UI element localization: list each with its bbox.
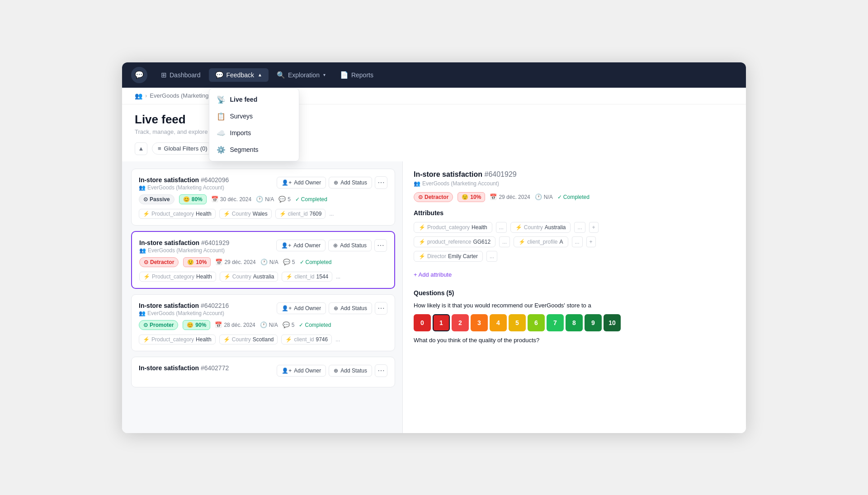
card-3-attr-1: ⚡ Country Scotland bbox=[219, 335, 278, 344]
questions-title: Questions (5) bbox=[414, 289, 735, 297]
breadcrumb-home-icon: 👥 bbox=[135, 92, 142, 99]
card-1-date: 📅 30 déc. 2024 bbox=[211, 196, 251, 203]
card-2-add-owner[interactable]: 👤+ Add Owner bbox=[276, 240, 326, 251]
card-4-add-owner[interactable]: 👤+ Add Owner bbox=[277, 365, 326, 377]
dropdown-imports[interactable]: ☁️ Imports bbox=[209, 125, 299, 141]
feedback-dropdown-wrapper: 💬 Feedback ▲ 📡 Live feed 📋 Surveys ☁️ Im… bbox=[209, 68, 269, 82]
feed-list: In-store satisfaction #6402096 👥 EverGoo… bbox=[122, 161, 402, 433]
card-3-account: 👥 EverGoods (Marketing Account) bbox=[139, 310, 229, 316]
card-3-title: In-store satisfaction #6402216 bbox=[139, 302, 229, 309]
nps-cell-2[interactable]: 2 bbox=[452, 314, 469, 331]
card-2-score-badge: 😟 10% bbox=[183, 257, 211, 267]
nps-cell-7[interactable]: 7 bbox=[547, 314, 564, 331]
detail-account: 👥 EverGoods (Marketing Account) bbox=[414, 180, 735, 187]
detail-number: #6401929 bbox=[484, 170, 516, 178]
feed-card-3[interactable]: In-store satisfaction #6402216 👥 EverGoo… bbox=[131, 294, 395, 351]
card-2-account: 👥 EverGoods (Marketing Account) bbox=[139, 247, 229, 254]
dropdown-live-feed[interactable]: 📡 Live feed bbox=[209, 91, 299, 108]
attributes-grid: ⚡ Product_category Health ... ⚡ Country … bbox=[414, 222, 735, 262]
feedback-chevron-icon: ▲ bbox=[258, 72, 262, 77]
feed-card-2[interactable]: In-store satisfaction #6401929 👥 EverGoo… bbox=[131, 231, 395, 289]
card-2-attr-1: ⚡ Country Australia bbox=[220, 272, 278, 282]
dropdown-live-feed-label: Live feed bbox=[230, 96, 258, 103]
attr-row-1-plus[interactable]: + bbox=[586, 236, 596, 247]
sort-button[interactable]: ▲ bbox=[135, 142, 147, 155]
nav-feedback[interactable]: 💬 Feedback ▲ bbox=[209, 68, 269, 82]
card-2-attr-0: ⚡ Product_category Health bbox=[139, 272, 216, 282]
card-3-status: ✓ Completed bbox=[299, 322, 331, 328]
nav-reports[interactable]: 📄 Reports bbox=[334, 68, 380, 82]
nav-exploration[interactable]: 🔍 Exploration ▾ bbox=[270, 68, 332, 82]
attr-4-expand[interactable]: ... bbox=[486, 251, 497, 262]
nps-cell-3[interactable]: 3 bbox=[471, 314, 488, 331]
nps-cell-6[interactable]: 6 bbox=[528, 314, 545, 331]
exploration-chevron-icon: ▾ bbox=[323, 72, 326, 77]
add-attribute-button[interactable]: + Add attribute bbox=[414, 269, 452, 280]
nps-scale: 012345678910 bbox=[414, 314, 735, 331]
card-1-attr-1: ⚡ Country Wales bbox=[219, 209, 272, 219]
card-3-attrs: ⚡ Product_category Health ⚡ Country Scot… bbox=[139, 335, 387, 344]
card-1-add-owner[interactable]: 👤+ Add Owner bbox=[277, 177, 326, 189]
nav-dashboard-label: Dashboard bbox=[170, 71, 201, 79]
card-1-responses: 💬 5 bbox=[278, 196, 291, 203]
filter-icon: ≡ bbox=[158, 145, 161, 152]
card-3-actions: 👤+ Add Owner ⊕ Add Status ⋯ bbox=[277, 302, 387, 315]
card-1-attr-0: ⚡ Product_category Health bbox=[139, 209, 216, 219]
card-4-more-button[interactable]: ⋯ bbox=[375, 364, 387, 377]
card-1-more-button[interactable]: ⋯ bbox=[375, 176, 387, 189]
nps-cell-0[interactable]: 0 bbox=[414, 314, 431, 331]
attributes-title: Attributes bbox=[414, 209, 735, 217]
attr-3-expand[interactable]: ... bbox=[572, 236, 583, 247]
dropdown-surveys-label: Surveys bbox=[230, 113, 253, 120]
app-window: 💬 ⊞ Dashboard 💬 Feedback ▲ 📡 Live feed 📋… bbox=[122, 62, 746, 433]
card-1-add-status[interactable]: ⊕ Add Status bbox=[329, 177, 372, 189]
nps-cell-9[interactable]: 9 bbox=[585, 314, 602, 331]
dropdown-surveys[interactable]: 📋 Surveys bbox=[209, 108, 299, 125]
feedback-dropdown-menu: 📡 Live feed 📋 Surveys ☁️ Imports ⚙️ Segm… bbox=[209, 88, 299, 161]
detail-date: 📅 29 déc. 2024 bbox=[490, 193, 530, 200]
card-2-attr-more[interactable]: ... bbox=[336, 273, 340, 280]
card-1-status: ✓ Completed bbox=[295, 196, 327, 203]
nps-cell-4[interactable]: 4 bbox=[490, 314, 507, 331]
feed-card-4[interactable]: In-store satisfaction #6402772 👤+ Add Ow… bbox=[131, 357, 395, 387]
attr-2-expand[interactable]: ... bbox=[499, 236, 510, 247]
card-2-attr-2: ⚡ client_id 1544 bbox=[282, 272, 332, 282]
nav-dashboard[interactable]: ⊞ Dashboard bbox=[155, 68, 207, 82]
attr-1-expand[interactable]: ... bbox=[574, 222, 585, 233]
card-2-more-button[interactable]: ⋯ bbox=[374, 239, 387, 252]
reports-icon: 📄 bbox=[340, 71, 349, 79]
feed-card-1[interactable]: In-store satisfaction #6402096 👥 EverGoo… bbox=[131, 169, 395, 226]
card-2-meta: ⊙ Detractor 😟 10% 📅 29 déc. 2024 🕐 N/A bbox=[139, 257, 387, 267]
card-3-attr-0: ⚡ Product_category Health bbox=[139, 335, 216, 344]
card-1-attr-more[interactable]: ... bbox=[329, 211, 334, 217]
card-2-responses: 💬 5 bbox=[283, 259, 295, 265]
nps-cell-8[interactable]: 8 bbox=[566, 314, 583, 331]
card-3-score-badge: 😊 90% bbox=[183, 320, 210, 330]
card-2-number: #6401929 bbox=[201, 239, 229, 246]
card-3-attr-more[interactable]: ... bbox=[335, 336, 340, 343]
card-3-add-status[interactable]: ⊕ Add Status bbox=[329, 302, 372, 314]
card-2-header: In-store satisfaction #6401929 👥 EverGoo… bbox=[139, 239, 387, 254]
card-2-add-status[interactable]: ⊕ Add Status bbox=[328, 240, 372, 251]
attr-row-2: ⚡ Director Emily Carter ... bbox=[414, 251, 735, 262]
card-3-add-owner[interactable]: 👤+ Add Owner bbox=[277, 302, 326, 314]
global-filters-button[interactable]: ≡ Global Filters (0) bbox=[152, 142, 213, 155]
nps-cell-5[interactable]: 5 bbox=[509, 314, 526, 331]
card-1-attrs: ⚡ Product_category Health ⚡ Country Wale… bbox=[139, 209, 387, 219]
logo-icon[interactable]: 💬 bbox=[131, 67, 147, 83]
nps-cell-1[interactable]: 1 bbox=[433, 314, 450, 331]
card-4-actions: 👤+ Add Owner ⊕ Add Status ⋯ bbox=[277, 364, 387, 377]
attr-0-expand[interactable]: ... bbox=[496, 222, 507, 233]
card-3-more-button[interactable]: ⋯ bbox=[375, 302, 387, 315]
card-4-add-status[interactable]: ⊕ Add Status bbox=[329, 365, 372, 377]
detail-score-badge: 😟 10% bbox=[458, 192, 485, 202]
surveys-icon: 📋 bbox=[217, 112, 226, 121]
card-4-title: In-store satisfaction #6402772 bbox=[139, 364, 229, 372]
segments-icon: ⚙️ bbox=[217, 146, 226, 154]
card-4-number: #6402772 bbox=[201, 364, 229, 372]
dropdown-segments[interactable]: ⚙️ Segments bbox=[209, 141, 299, 158]
attr-row-0-plus[interactable]: + bbox=[589, 222, 599, 233]
nps-cell-10[interactable]: 10 bbox=[604, 314, 621, 331]
second-question: What do you think of the quality of the … bbox=[414, 337, 735, 344]
exploration-icon: 🔍 bbox=[277, 71, 285, 79]
